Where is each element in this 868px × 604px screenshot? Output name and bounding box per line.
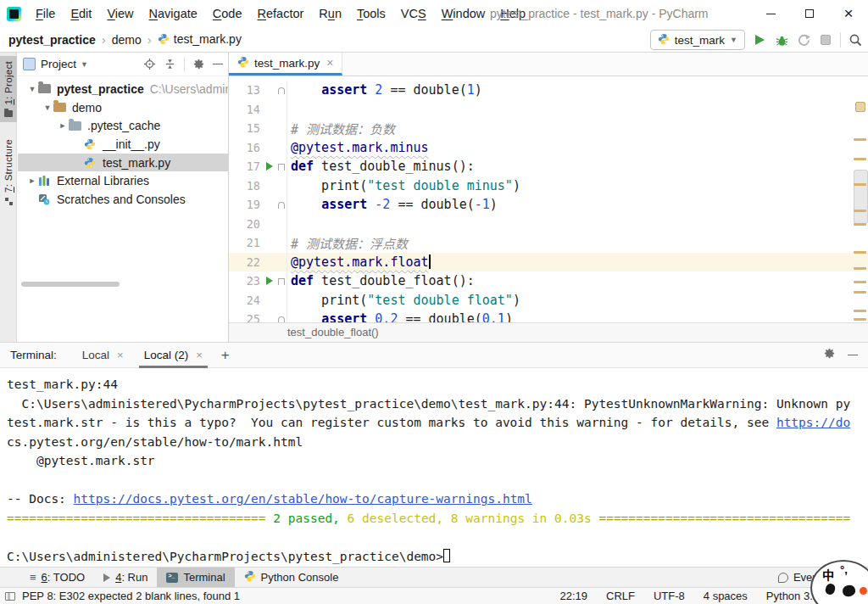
collapse-all-icon[interactable] — [164, 58, 176, 70]
warning-stripe-mark[interactable] — [854, 138, 866, 141]
encoding-widget[interactable]: UTF-8 — [654, 590, 685, 602]
warning-stripe-mark[interactable] — [854, 158, 866, 160]
close-icon[interactable]: × — [196, 349, 203, 361]
fold-marker[interactable] — [275, 157, 287, 176]
terminal-link[interactable]: https://do — [776, 416, 850, 429]
minimize-button[interactable] — [751, 0, 790, 27]
line-separator-widget[interactable]: CRLF — [606, 590, 635, 602]
menu-refactor[interactable]: Refactor — [250, 0, 312, 27]
tree-item-__init__-py[interactable]: __init__.py — [18, 135, 228, 154]
code-line-14[interactable]: 14 — [229, 100, 868, 120]
menu-file[interactable]: File — [28, 0, 63, 27]
stripe-button--Structure[interactable]: 7: Structure — [0, 134, 17, 210]
code-line-21[interactable]: 21# 测试数据：浮点数 — [229, 233, 868, 253]
code-editor[interactable]: 13 assert 2 == double(1)1415# 测试数据：负数16@… — [229, 76, 868, 322]
menu-window[interactable]: Window — [434, 0, 493, 27]
warning-stripe-mark[interactable] — [854, 210, 866, 212]
chevron-down-icon[interactable]: ▼ — [81, 60, 88, 69]
tree-item-demo[interactable]: ▼demo — [18, 98, 228, 117]
stop-button[interactable] — [818, 32, 833, 48]
fold-marker[interactable] — [275, 195, 287, 215]
run-configuration-select[interactable]: test_mark ▼ — [650, 30, 745, 50]
stripe-button--Project[interactable]: 1: Project — [0, 56, 17, 122]
tree-chevron-down-icon[interactable]: ▼ — [26, 85, 38, 93]
horizontal-scrollbar[interactable] — [21, 282, 120, 287]
menu-run[interactable]: Run — [311, 0, 349, 27]
status-message[interactable]: PEP 8: E302 expected 2 blank lines, foun… — [22, 590, 240, 602]
tree-item-test_mark-py[interactable]: test_mark.py — [18, 154, 228, 172]
warning-stripe-mark[interactable] — [854, 267, 866, 270]
breadcrumb-item-pytest_practice[interactable]: pytest_practice — [8, 33, 96, 47]
tree-chevron-down-icon[interactable]: ▼ — [42, 103, 53, 112]
menu-code[interactable]: Code — [205, 0, 250, 27]
tree-item-pytest_practice[interactable]: ▼pytest_practiceC:\Users\admini — [18, 80, 228, 98]
fold-marker[interactable] — [275, 310, 287, 322]
terminal-output[interactable]: test_mark.py:44 C:\Users\administered\Py… — [0, 368, 868, 566]
breadcrumb-item-demo[interactable]: demo — [112, 33, 142, 47]
debug-button[interactable] — [774, 32, 789, 48]
line-number[interactable]: 16 — [229, 141, 263, 154]
terminal-link[interactable]: https://docs.pytest.org/en/stable/how-to… — [74, 492, 532, 506]
line-number[interactable]: 17 — [229, 159, 263, 173]
gear-icon[interactable] — [823, 347, 836, 363]
warning-stripe-mark[interactable] — [854, 318, 866, 321]
line-number[interactable]: 19 — [229, 198, 263, 211]
code-line-15[interactable]: 15# 测试数据：负数 — [229, 119, 868, 138]
line-number[interactable]: 25 — [229, 312, 263, 322]
code-line-17[interactable]: 17def test_double_minus(): — [229, 157, 868, 176]
menu-view[interactable]: View — [99, 0, 141, 27]
menu-vcs[interactable]: VCS — [393, 0, 434, 27]
tree-item-Scratches-and-Consoles[interactable]: Scratches and Consoles — [18, 190, 228, 209]
close-icon[interactable]: × — [326, 56, 333, 70]
code-line-19[interactable]: 19 assert -2 == double(-1) — [229, 195, 868, 215]
tab-test-mark[interactable]: test_mark.py × — [229, 53, 342, 76]
warning-stripe-mark[interactable] — [854, 291, 866, 294]
line-number[interactable]: 24 — [229, 294, 263, 307]
indent-widget[interactable]: 4 spaces — [704, 590, 748, 602]
editor-breadcrumb[interactable]: test_double_float() — [229, 322, 868, 342]
code-line-25[interactable]: 25 assert 0.2 == double(0.1) — [229, 310, 868, 322]
tool-window-button-Python-Console[interactable]: Python Console — [235, 568, 348, 588]
run-button[interactable] — [752, 32, 767, 48]
gear-icon[interactable] — [192, 58, 205, 70]
new-terminal-session-button[interactable]: + — [213, 347, 238, 364]
code-line-23[interactable]: 23def test_double_float(): — [229, 271, 868, 291]
warning-stripe-mark[interactable] — [854, 310, 866, 312]
warning-stripe-mark[interactable] — [854, 183, 866, 186]
terminal-tab-Local-2-[interactable]: Local (2)× — [134, 343, 213, 368]
tree-item-External-Libraries[interactable]: ►External Libraries — [18, 171, 228, 190]
line-number[interactable]: 22 — [229, 255, 263, 269]
tool-window-button-TODO[interactable]: ≡6: TODO — [20, 568, 94, 588]
code-line-20[interactable]: 20 — [229, 215, 868, 234]
run-with-coverage-button[interactable] — [796, 32, 811, 48]
inspection-indicator[interactable] — [855, 102, 865, 112]
close-button[interactable]: × — [829, 0, 868, 27]
tree-item--pytest_cache[interactable]: ►.pytest_cache — [18, 116, 228, 135]
maximize-button[interactable] — [790, 0, 829, 27]
run-test-gutter-icon[interactable] — [263, 162, 275, 171]
hide-panel-icon[interactable] — [213, 64, 223, 64]
code-line-13[interactable]: 13 assert 2 == double(1) — [229, 81, 868, 100]
line-number[interactable]: 20 — [229, 217, 263, 231]
line-number[interactable]: 21 — [229, 236, 263, 249]
menu-edit[interactable]: Edit — [63, 0, 99, 27]
code-line-24[interactable]: 24 print("test double float") — [229, 291, 868, 310]
run-test-gutter-icon[interactable] — [263, 277, 275, 285]
warning-stripe-mark[interactable] — [854, 281, 866, 283]
warning-stripe-mark[interactable] — [854, 251, 866, 254]
fold-marker[interactable] — [275, 81, 287, 100]
line-number[interactable]: 14 — [229, 103, 263, 116]
close-icon[interactable]: × — [117, 349, 124, 361]
tool-window-button-Run[interactable]: 4: Run — [94, 568, 157, 588]
editor-scrollbar[interactable] — [854, 170, 868, 224]
fold-marker[interactable] — [275, 271, 287, 291]
breadcrumb-item-test_mark.py[interactable]: test_mark.py — [158, 32, 242, 48]
tree-chevron-right-icon[interactable]: ► — [26, 176, 38, 185]
menu-tools[interactable]: Tools — [349, 0, 393, 27]
code-line-22[interactable]: 22@pytest.mark.float — [229, 253, 868, 272]
line-number[interactable]: 23 — [229, 274, 263, 288]
code-line-16[interactable]: 16@pytest.mark.minus — [229, 138, 868, 158]
code-line-18[interactable]: 18 print("test double minus") — [229, 176, 868, 196]
menu-navigate[interactable]: Navigate — [142, 0, 205, 27]
tree-chevron-right-icon[interactable]: ► — [57, 121, 69, 130]
